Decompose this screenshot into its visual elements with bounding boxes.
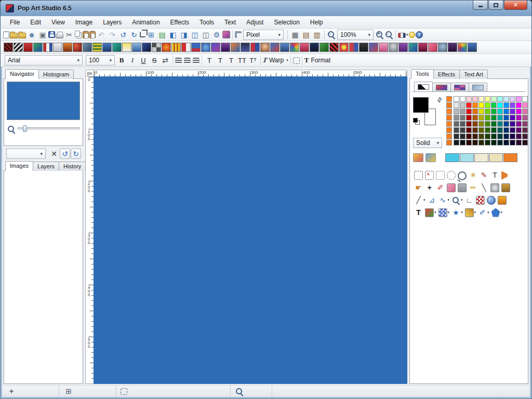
- color-swatch[interactable]: [460, 121, 466, 127]
- open-image-icon[interactable]: [18, 33, 26, 38]
- font-family-select[interactable]: Arial▾: [5, 55, 83, 65]
- filter-thumb-21[interactable]: [201, 43, 210, 52]
- text-normal-button[interactable]: T: [215, 55, 225, 65]
- color-swatch[interactable]: [522, 115, 528, 121]
- color-swatch[interactable]: [474, 153, 488, 162]
- align-center-button[interactable]: [184, 58, 191, 63]
- eraser-tool[interactable]: [447, 183, 456, 192]
- size-icon[interactable]: ⊞: [63, 386, 74, 396]
- filter-thumb-43[interactable]: [418, 43, 428, 52]
- fill-tool[interactable]: [498, 196, 507, 205]
- filter-thumb-44[interactable]: [428, 43, 437, 52]
- format-button[interactable]: T Format: [304, 56, 332, 64]
- menu-tools[interactable]: Tools: [194, 17, 219, 28]
- color-swatch[interactable]: [454, 109, 459, 114]
- color-swatch[interactable]: [454, 134, 459, 139]
- copy-icon[interactable]: [75, 31, 80, 37]
- filter-thumb-26[interactable]: [250, 43, 260, 52]
- text-vertical-button[interactable]: T: [226, 55, 236, 65]
- path-tool-dropdown[interactable]: ✐▾: [478, 208, 489, 217]
- print-icon[interactable]: [56, 34, 63, 38]
- filter-thumb-37[interactable]: [359, 43, 368, 52]
- menu-layers[interactable]: Layers: [98, 17, 127, 28]
- polygon-tool[interactable]: [491, 208, 500, 217]
- left-tab-history[interactable]: History: [59, 162, 86, 171]
- navigator-preview[interactable]: [7, 82, 80, 120]
- color-swatch[interactable]: [466, 115, 472, 121]
- filter-thumb-6[interactable]: [53, 43, 62, 52]
- color-swatch[interactable]: [485, 115, 490, 121]
- color-swatch[interactable]: [454, 127, 459, 133]
- filter-thumb-24[interactable]: [231, 43, 240, 52]
- color-swatch[interactable]: [491, 121, 497, 127]
- color-swatch[interactable]: [460, 134, 466, 139]
- images-list[interactable]: [4, 170, 83, 384]
- duplicate-layer-icon[interactable]: ◫: [201, 30, 211, 40]
- navigator-zoom-thumb[interactable]: [23, 125, 27, 132]
- sphere-tool[interactable]: [487, 196, 496, 205]
- color-swatch[interactable]: [478, 102, 484, 108]
- color-swatch[interactable]: [446, 102, 452, 108]
- color-swatch[interactable]: [478, 96, 484, 102]
- color-swatch[interactable]: [516, 115, 522, 121]
- color-swatch[interactable]: [446, 127, 452, 133]
- color-swatch[interactable]: [446, 109, 452, 114]
- color-swatch[interactable]: [446, 96, 452, 102]
- color-swatch[interactable]: [472, 115, 478, 121]
- zoom-tool-dropdown[interactable]: ▾: [451, 196, 463, 205]
- color-swatch[interactable]: [491, 109, 497, 114]
- minimize-button[interactable]: [473, 1, 488, 10]
- zoom-fit-icon[interactable]: -: [327, 30, 336, 39]
- color-swatch[interactable]: [510, 127, 515, 133]
- palette-edit-button[interactable]: [425, 153, 436, 162]
- color-swatch[interactable]: [497, 121, 503, 127]
- filter-thumb-34[interactable]: [329, 43, 339, 52]
- color-swatch[interactable]: [497, 96, 503, 102]
- maximize-button[interactable]: [488, 1, 503, 10]
- fill-style-select[interactable]: Solid▾: [413, 138, 442, 148]
- color-swatch[interactable]: [485, 140, 490, 145]
- filter-thumb-9[interactable]: [83, 43, 92, 52]
- color-swatch[interactable]: [485, 127, 490, 133]
- canvas-size-icon[interactable]: ▤: [157, 30, 167, 40]
- color-swatch[interactable]: [491, 127, 497, 133]
- filter-thumb-12[interactable]: [112, 43, 122, 52]
- color-swatch[interactable]: [503, 153, 517, 162]
- magic-wand-tool[interactable]: ✳: [469, 171, 477, 180]
- deselect-tool[interactable]: [425, 171, 434, 180]
- color-swatch[interactable]: [516, 121, 522, 127]
- filter-thumb-4[interactable]: [33, 43, 43, 52]
- color-swatch[interactable]: [510, 109, 515, 114]
- left-tab-navigator[interactable]: Navigator: [5, 69, 39, 79]
- color-swatch[interactable]: [472, 140, 478, 145]
- rotate-right-icon[interactable]: ↻: [129, 30, 139, 40]
- language-flag-icon-dropdown[interactable]: ▾: [398, 32, 408, 38]
- transparency-tool-dropdown[interactable]: ▾: [438, 208, 450, 217]
- color-swatch[interactable]: [460, 153, 474, 162]
- text-bounds-button[interactable]: [293, 57, 300, 64]
- filter-thumb-46[interactable]: [448, 43, 457, 52]
- menu-edit[interactable]: Edit: [25, 17, 46, 28]
- undo-icon[interactable]: ↶: [96, 30, 107, 40]
- color-swatch[interactable]: [491, 115, 497, 121]
- color-swatch[interactable]: [466, 121, 472, 127]
- text-double-button[interactable]: TT: [237, 55, 247, 65]
- bold-button[interactable]: B: [116, 55, 127, 65]
- color-swatch[interactable]: [497, 102, 503, 108]
- color-swatch[interactable]: [466, 127, 472, 133]
- color-swatch[interactable]: [460, 140, 466, 145]
- color-swatch[interactable]: [445, 153, 459, 162]
- color-swatch[interactable]: [497, 109, 503, 114]
- color-swatch[interactable]: [454, 102, 459, 108]
- sparkle-tool[interactable]: ★: [451, 208, 460, 217]
- filter-thumb-14[interactable]: [132, 43, 141, 52]
- perspective-tool[interactable]: ∟: [465, 196, 474, 205]
- curve-tool[interactable]: ∿: [438, 196, 447, 205]
- filter-thumb-1[interactable]: [4, 43, 13, 52]
- sparkle-tool-dropdown[interactable]: ★▾: [451, 208, 463, 217]
- text-upright-button[interactable]: T: [204, 55, 215, 65]
- settings-icon[interactable]: ⚙: [211, 30, 222, 40]
- color-swatch[interactable]: [460, 109, 466, 114]
- flip-horizontal-icon[interactable]: ◧: [168, 30, 178, 40]
- scan-icon[interactable]: ▣: [37, 30, 48, 40]
